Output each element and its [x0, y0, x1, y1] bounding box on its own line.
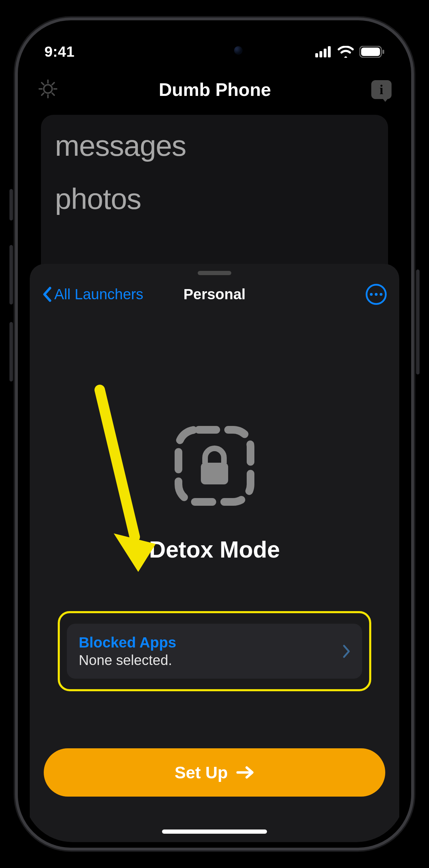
- chevron-right-icon: [343, 644, 350, 658]
- arrow-right-icon: [236, 765, 254, 779]
- lock-dashed-icon: [174, 426, 255, 506]
- detox-title: Detox Mode: [149, 536, 280, 563]
- wifi-icon: [338, 46, 354, 58]
- cellular-icon: [315, 46, 332, 57]
- ellipsis-icon: [370, 293, 373, 296]
- blocked-apps-row[interactable]: Blocked Apps None selected.: [67, 624, 362, 679]
- annotation-highlight: Blocked Apps None selected.: [58, 611, 371, 691]
- nav-bar: Dumb Phone i: [23, 68, 406, 115]
- gear-icon: [37, 78, 58, 99]
- launcher-app-item: messages: [55, 130, 374, 162]
- app-title: Dumb Phone: [159, 79, 271, 100]
- settings-button[interactable]: [37, 78, 58, 101]
- svg-point-7: [44, 85, 52, 93]
- info-icon: i: [380, 82, 384, 97]
- svg-rect-6: [382, 50, 384, 54]
- launcher-preview-card: messages photos: [41, 115, 388, 278]
- back-button[interactable]: All Launchers: [42, 286, 143, 303]
- home-indicator[interactable]: [162, 830, 267, 834]
- blocked-apps-subtitle: None selected.: [79, 652, 176, 668]
- sheet-nav: All Launchers Personal: [30, 282, 399, 307]
- back-label: All Launchers: [54, 286, 143, 303]
- svg-rect-5: [361, 48, 380, 56]
- svg-rect-0: [315, 53, 318, 57]
- svg-rect-2: [324, 49, 326, 57]
- battery-icon: [359, 46, 385, 58]
- silent-switch: [9, 189, 13, 220]
- more-button[interactable]: [366, 284, 387, 305]
- volume-up-button: [9, 245, 13, 304]
- setup-label: Set Up: [175, 763, 228, 782]
- detox-section: Detox Mode: [30, 307, 399, 563]
- svg-rect-9: [201, 463, 228, 484]
- status-time: 9:41: [44, 43, 75, 60]
- power-button: [416, 270, 420, 374]
- sheet-title: Personal: [183, 286, 245, 303]
- volume-down-button: [9, 322, 13, 382]
- sheet-grabber[interactable]: [198, 271, 231, 275]
- status-indicators: [315, 46, 385, 58]
- dynamic-island: [166, 36, 263, 64]
- blocked-apps-label: Blocked Apps: [79, 634, 176, 651]
- info-button[interactable]: i: [371, 80, 392, 99]
- detox-icon-container: [174, 426, 255, 506]
- settings-sheet: All Launchers Personal: [30, 264, 399, 842]
- svg-rect-1: [319, 51, 322, 57]
- svg-rect-3: [328, 46, 331, 57]
- setup-button[interactable]: Set Up: [44, 748, 385, 797]
- screen: 9:41: [23, 26, 406, 842]
- chevron-left-icon: [42, 287, 51, 302]
- phone-frame: 9:41: [15, 18, 414, 850]
- launcher-app-item: photos: [55, 183, 374, 215]
